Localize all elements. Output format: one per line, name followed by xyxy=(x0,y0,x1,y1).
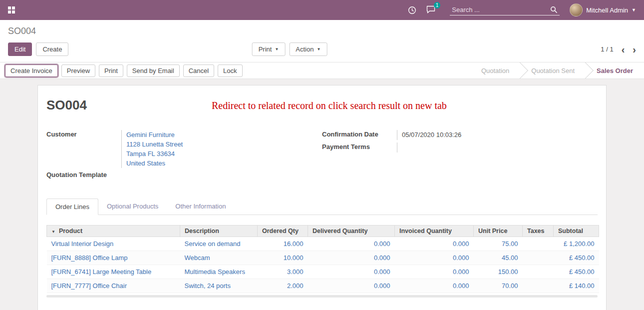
subtotal-cell[interactable]: £ 1,200.00 xyxy=(554,237,599,251)
edit-button[interactable]: Edit xyxy=(8,42,32,56)
taxes-cell[interactable] xyxy=(523,251,554,265)
top-navbar: 1 Mitchell Admin ▼ xyxy=(0,0,644,20)
table-row[interactable]: [FURN_7777] Office Chair Switch, 24 port… xyxy=(47,279,599,293)
taxes-cell[interactable] xyxy=(523,237,554,251)
ordered-qty-cell[interactable]: 16.000 xyxy=(258,237,308,251)
customer-city[interactable]: Tampa FL 33634 xyxy=(126,150,175,158)
description-cell[interactable]: Webcam xyxy=(180,251,258,265)
pager-previous-icon[interactable]: ‹ xyxy=(622,46,625,53)
ordered-qty-cell[interactable]: 10.000 xyxy=(258,251,308,265)
ordered-qty-cell[interactable]: 2.000 xyxy=(258,279,308,293)
print-button[interactable]: Print xyxy=(99,64,123,77)
column-header-taxes[interactable]: Taxes xyxy=(523,226,554,237)
messages-badge: 1 xyxy=(434,2,441,8)
order-lines-table: ▼Product Description Ordered Qty Deliver… xyxy=(46,225,599,293)
customer-name-link[interactable]: Gemini Furniture xyxy=(126,131,175,138)
tab-optional-products[interactable]: Optional Products xyxy=(98,198,167,215)
column-header-delivered-quantity[interactable]: Delivered Quantity xyxy=(308,226,395,237)
column-header-description[interactable]: Description xyxy=(180,226,258,237)
confirmation-date-label: Confirmation Date xyxy=(322,130,397,140)
invoiced-qty-cell[interactable]: 0.000 xyxy=(395,279,474,293)
payment-terms-value xyxy=(397,142,598,152)
sheet: SO004 Redirect to related record on clic… xyxy=(37,85,607,310)
delivered-qty-cell[interactable]: 0.000 xyxy=(308,279,395,293)
create-invoice-button[interactable]: Create Invoice xyxy=(5,64,58,77)
column-header-product[interactable]: ▼Product xyxy=(47,226,180,237)
description-cell[interactable]: Multimedia Speakers xyxy=(180,265,258,279)
search-icon[interactable] xyxy=(550,6,558,14)
invoiced-qty-cell[interactable]: 0.000 xyxy=(395,265,474,279)
delivered-qty-cell[interactable]: 0.000 xyxy=(308,237,395,251)
lock-button[interactable]: Lock xyxy=(218,64,242,77)
global-search[interactable] xyxy=(450,4,560,16)
status-step-quotation[interactable]: Quotation xyxy=(470,62,520,78)
action-dropdown-label: Action xyxy=(296,46,314,53)
subtotal-cell[interactable]: £ 140.00 xyxy=(554,279,599,293)
chevron-down-icon: ▼ xyxy=(632,8,636,12)
table-header-row: ▼Product Description Ordered Qty Deliver… xyxy=(47,226,599,237)
quotation-template-value xyxy=(121,170,322,180)
unit-price-cell[interactable]: 45.00 xyxy=(474,251,523,265)
subtotal-cell[interactable]: £ 450.00 xyxy=(554,265,599,279)
confirmation-date-value: 05/07/2020 10:03:26 xyxy=(397,130,598,140)
table-row[interactable]: [FURN_6741] Large Meeting Table Multimed… xyxy=(47,265,599,279)
status-step-quotation-sent[interactable]: Quotation Sent xyxy=(520,62,586,78)
column-header-unit-price[interactable]: Unit Price xyxy=(474,226,523,237)
product-cell[interactable]: [FURN_7777] Office Chair xyxy=(47,279,180,293)
cancel-button[interactable]: Cancel xyxy=(183,64,214,77)
invoiced-qty-cell[interactable]: 0.000 xyxy=(395,237,474,251)
customer-value: Gemini Furniture 1128 Lunetta Street Tam… xyxy=(121,130,322,168)
column-header-invoiced-quantity[interactable]: Invoiced Quantity xyxy=(395,226,474,237)
table-row[interactable]: [FURN_8888] Office Lamp Webcam 10.000 0.… xyxy=(47,251,599,265)
action-dropdown[interactable]: Action ▼ xyxy=(289,42,327,56)
print-dropdown-label: Print xyxy=(259,46,272,53)
messages-icon[interactable]: 1 xyxy=(426,6,436,15)
pager-next-icon[interactable]: › xyxy=(633,46,636,53)
unit-price-cell[interactable]: 70.00 xyxy=(474,279,523,293)
subtotal-cell[interactable]: £ 450.00 xyxy=(554,251,599,265)
status-step-sales-order[interactable]: Sales Order xyxy=(586,62,644,78)
print-dropdown[interactable]: Print ▼ xyxy=(252,42,286,56)
user-menu[interactable]: Mitchell Admin ▼ xyxy=(570,4,636,16)
product-cell[interactable]: Virtual Interior Design xyxy=(47,237,180,251)
search-input[interactable] xyxy=(452,6,550,14)
customer-country[interactable]: United States xyxy=(126,160,165,167)
table-scrollbar[interactable] xyxy=(46,295,598,298)
status-steps: Quotation Quotation Sent Sales Order xyxy=(470,62,644,78)
tab-other-information[interactable]: Other Information xyxy=(167,198,234,215)
unit-price-cell[interactable]: 75.00 xyxy=(474,237,523,251)
payment-terms-label: Payment Terms xyxy=(322,142,397,152)
product-cell[interactable]: [FURN_8888] Office Lamp xyxy=(47,251,180,265)
control-panel: SO004 Edit Create Print ▼ Action ▼ 1 / 1… xyxy=(0,20,644,62)
table-row[interactable]: Virtual Interior Design Service on deman… xyxy=(47,237,599,251)
product-cell[interactable]: [FURN_6741] Large Meeting Table xyxy=(47,265,180,279)
create-button[interactable]: Create xyxy=(36,42,68,56)
form-view: SO004 Redirect to related record on clic… xyxy=(0,79,644,310)
notebook-tabs: Order Lines Optional Products Other Info… xyxy=(46,198,598,215)
taxes-cell[interactable] xyxy=(523,265,554,279)
preview-button[interactable]: Preview xyxy=(61,64,95,77)
delivered-qty-cell[interactable]: 0.000 xyxy=(308,251,395,265)
quotation-template-label: Quotation Template xyxy=(46,170,121,180)
tab-order-lines[interactable]: Order Lines xyxy=(46,198,98,215)
unit-price-cell[interactable]: 150.00 xyxy=(474,265,523,279)
user-name: Mitchell Admin xyxy=(586,6,628,14)
description-cell[interactable]: Switch, 24 ports xyxy=(180,279,258,293)
column-header-product-label: Product xyxy=(59,228,82,234)
column-header-subtotal[interactable]: Subtotal xyxy=(554,226,599,237)
invoiced-qty-cell[interactable]: 0.000 xyxy=(395,251,474,265)
record-title: SO004 xyxy=(46,98,87,113)
customer-label: Customer xyxy=(46,130,121,168)
send-by-email-button[interactable]: Send by Email xyxy=(127,64,180,77)
optional-columns-caret-icon[interactable]: ▼ xyxy=(51,230,55,234)
customer-street[interactable]: 1128 Lunetta Street xyxy=(126,140,183,148)
breadcrumb[interactable]: SO004 xyxy=(8,26,636,36)
apps-menu-icon[interactable] xyxy=(8,6,15,14)
column-header-ordered-qty[interactable]: Ordered Qty xyxy=(258,226,308,237)
chevron-down-icon: ▼ xyxy=(275,47,279,52)
activities-clock-icon[interactable] xyxy=(408,6,416,14)
ordered-qty-cell[interactable]: 3.000 xyxy=(258,265,308,279)
taxes-cell[interactable] xyxy=(523,279,554,293)
description-cell[interactable]: Service on demand xyxy=(180,237,258,251)
delivered-qty-cell[interactable]: 0.000 xyxy=(308,265,395,279)
